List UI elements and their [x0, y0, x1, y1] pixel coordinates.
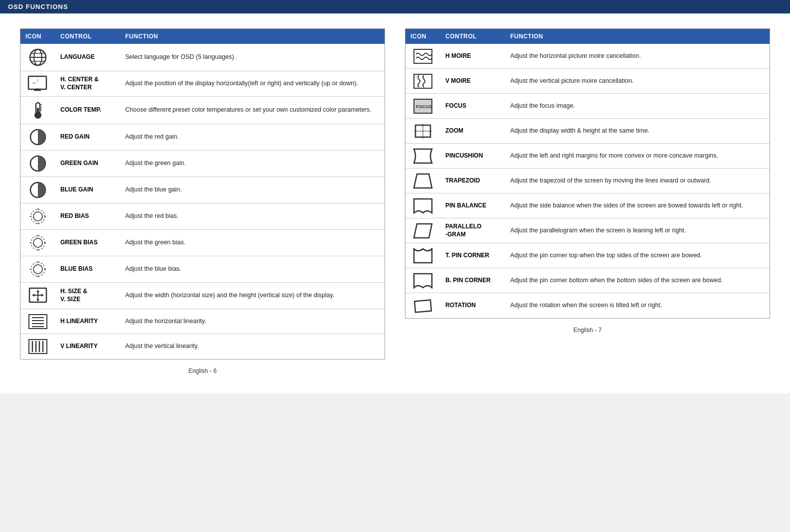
control-redgain: RED GAIN — [55, 129, 120, 145]
icon-pinbalance — [405, 194, 440, 218]
function-bluegain: Adjust the blue gain. — [120, 181, 385, 198]
svg-marker-61 — [414, 174, 432, 188]
table-row: H LINEARITY Adjust the horizontal linear… — [20, 309, 385, 334]
table-row: PIN BALANCE Adjust the side balance when… — [405, 193, 770, 218]
function-rotation: Adjust the rotation when the screen is t… — [505, 297, 770, 314]
table-row: BLUE GAIN Adjust the blue gain. — [20, 177, 385, 203]
table-row: H MOIRE Adjust the horizontal picture mo… — [405, 44, 770, 69]
function-vmoire: Adjust the vertical picture moire cancel… — [505, 73, 770, 90]
icon-parallelogram — [405, 219, 440, 243]
svg-marker-43 — [36, 299, 39, 302]
icon-colortemp — [20, 97, 55, 124]
control-tpincorner: T. PIN CORNER — [440, 248, 505, 264]
function-hvsize: Adjust the width (horizontal size) and t… — [120, 287, 385, 304]
icon-pincushion — [405, 144, 440, 168]
table-row: V LINEARITY Adjust the vertical linearit… — [20, 334, 385, 359]
function-vlinearity: Adjust the vertical linearity. — [120, 338, 385, 355]
right-table-header: ICON CONTROL FUNCTION — [405, 29, 770, 44]
left-col-icon: ICON — [20, 29, 55, 44]
function-hlinearity: Adjust the horizontal linearity. — [120, 313, 385, 330]
table-row: H. SIZE &V. SIZE Adjust the width (horiz… — [20, 283, 385, 309]
b-pin-corner-icon — [413, 273, 433, 289]
function-pinbalance: Adjust the side balance when the sides o… — [505, 197, 770, 214]
page-header: OSD FUNCTIONS — [0, 0, 790, 13]
function-bpincorner: Adjust the pin corner bottom when the bo… — [505, 272, 770, 289]
icon-language — [20, 44, 55, 71]
icon-focus: FOCUS — [405, 94, 440, 118]
table-row: TRAPEZOID Adjust the trapezoid of the sc… — [405, 169, 770, 193]
table-row: FOCUS FOCUS Adjust the focus image. — [405, 94, 770, 119]
svg-point-19 — [33, 212, 42, 221]
control-greengain: GREEN GAIN — [55, 156, 120, 172]
table-row: ZOOM Adjust the display width & height a… — [405, 119, 770, 144]
svg-point-31 — [33, 265, 42, 274]
h-moire-icon — [413, 48, 433, 64]
svg-rect-54 — [414, 49, 432, 63]
table-row: B. PIN CORNER Adjust the pin corner bott… — [405, 268, 770, 293]
header-title: OSD FUNCTIONS — [8, 3, 68, 10]
svg-rect-49 — [29, 340, 47, 354]
function-hvcenter: Adjust the position of the display horiz… — [120, 75, 385, 92]
v-moire-icon — [413, 73, 433, 89]
control-hmoire: H MOIRE — [440, 48, 505, 64]
control-parallelogram: PARALLELO-GRAM — [440, 219, 505, 242]
control-pincushion: PINCUSHION — [440, 148, 505, 164]
function-redbias: Adjust the red bias. — [120, 208, 385, 225]
pin-balance-icon — [413, 198, 433, 214]
table-row: GREEN GAIN Adjust the green gain. — [20, 151, 385, 177]
icon-bpincorner — [405, 269, 440, 293]
icon-greenbias — [20, 230, 55, 256]
icon-hmoire — [405, 44, 440, 68]
half-circle-green-icon — [29, 155, 47, 173]
control-vlinearity: V LINEARITY — [55, 339, 120, 355]
control-pinbalance: PIN BALANCE — [440, 198, 505, 214]
function-parallelogram: Adjust the parallelogram when the screen… — [505, 222, 770, 239]
control-vmoire: V MOIRE — [440, 73, 505, 89]
table-row: V MOIRE Adjust the vertical picture moir… — [405, 69, 770, 94]
svg-marker-62 — [414, 224, 432, 238]
icon-rotation — [405, 294, 440, 318]
left-panel: ICON CONTROL FUNCTION LANGUAGE Select la… — [20, 28, 385, 378]
v-linearity-icon — [28, 339, 48, 355]
left-table: ICON CONTROL FUNCTION LANGUAGE Select la… — [20, 28, 385, 359]
table-row: PINCUSHION Adjust the left and right mar… — [405, 144, 770, 169]
svg-rect-63 — [414, 300, 431, 313]
table-row: ↔ ↕ H. CENTER &V. CENTER Adjust the posi… — [20, 71, 385, 97]
function-trapezoid: Adjust the trapezoid of the screen by mo… — [505, 173, 770, 189]
svg-text:FOCUS: FOCUS — [416, 104, 432, 109]
control-hvsize: H. SIZE &V. SIZE — [55, 284, 120, 307]
icon-vlinearity — [20, 335, 55, 358]
control-language: LANGUAGE — [55, 49, 120, 65]
icon-vmoire — [405, 69, 440, 93]
control-trapezoid: TRAPEZOID — [440, 173, 505, 189]
icon-hvcenter: ↔ ↕ — [20, 71, 55, 96]
control-redbias: RED BIAS — [55, 208, 120, 224]
h-linearity-icon — [28, 314, 48, 330]
table-row: RED BIAS Adjust the red bias. — [20, 203, 385, 230]
left-col-function: FUNCTION — [120, 29, 385, 44]
icon-hlinearity — [20, 310, 55, 334]
table-row: BLUE BIAS Adjust the blue bias. — [20, 256, 385, 283]
t-pin-corner-icon — [413, 248, 433, 264]
table-row: GREEN BIAS Adjust the green bias. — [20, 230, 385, 256]
svg-marker-42 — [36, 290, 39, 292]
icon-zoom — [405, 119, 440, 143]
control-greenbias: GREEN BIAS — [55, 235, 120, 251]
globe-icon — [28, 48, 47, 67]
icon-trapezoid — [405, 169, 440, 193]
function-language: Select language for OSD (5 languages). — [120, 49, 385, 66]
svg-text:↕: ↕ — [36, 78, 39, 83]
function-colortemp: Choose different preset color temperatur… — [120, 102, 385, 119]
icon-hvsize — [20, 283, 55, 309]
function-pincushion: Adjust the left and right margins for mo… — [505, 148, 770, 165]
svg-rect-12 — [37, 108, 39, 115]
thermometer-icon — [29, 101, 47, 120]
function-hmoire: Adjust the horizontal picture moire canc… — [505, 48, 770, 65]
right-col-function: FUNCTION — [505, 29, 770, 44]
right-col-control: CONTROL — [440, 29, 505, 44]
table-row: LANGUAGE Select language for OSD (5 lang… — [20, 44, 385, 71]
control-focus: FOCUS — [440, 98, 505, 114]
icon-redgain — [20, 124, 55, 150]
monitor-arrows-icon: ↔ ↕ — [27, 75, 48, 92]
right-footer: English - 7 — [405, 319, 770, 338]
